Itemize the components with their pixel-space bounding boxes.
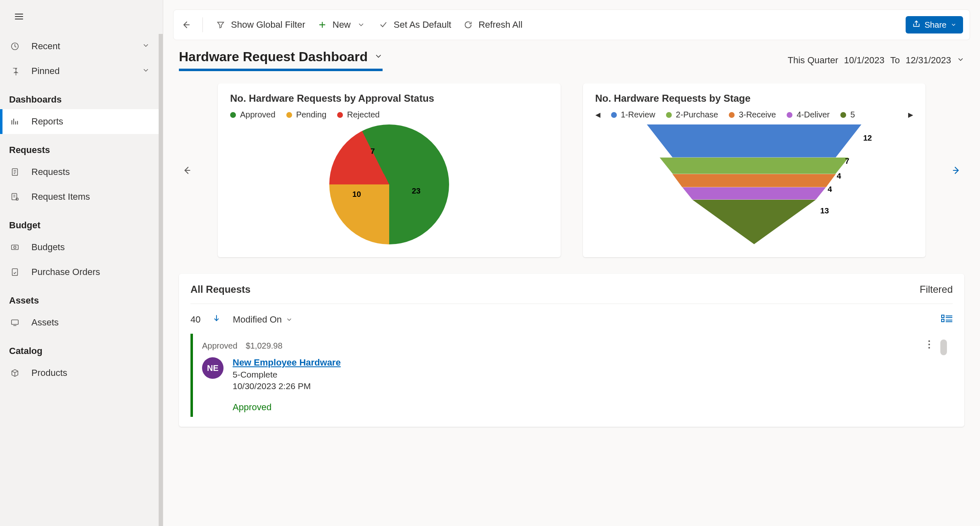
sidebar-group-dashboards: Dashboards: [0, 84, 159, 109]
legend-item-review[interactable]: 1-Review: [611, 110, 655, 120]
funnel-slice-receive: [672, 174, 836, 187]
check-icon: [378, 19, 389, 30]
sidebar-item-label: Purchase Orders: [31, 267, 150, 277]
chevron-down-icon: [951, 20, 956, 30]
content-scroll[interactable]: No. Hardware Requests by Approval Status…: [163, 84, 980, 526]
legend-item-deliver[interactable]: 4-Deliver: [787, 110, 830, 120]
carousel-prev-button[interactable]: [179, 84, 195, 257]
set-as-default-button[interactable]: Set As Default: [376, 19, 453, 30]
legend-dot-icon: [787, 112, 792, 118]
legend-label: 3-Receive: [739, 110, 776, 120]
pie-label-approved: 23: [412, 186, 421, 196]
sidebar-item-label: Reports: [31, 116, 150, 127]
sidebar-item-recent[interactable]: Recent: [0, 34, 159, 59]
funnel-slice-review: [647, 124, 861, 158]
legend-item-purchase[interactable]: 2-Purchase: [666, 110, 718, 120]
legend-item-pending[interactable]: Pending: [286, 110, 326, 120]
legend-dot-icon: [230, 112, 236, 118]
sidebar-item-purchase-orders[interactable]: Purchase Orders: [0, 260, 159, 285]
list-view-icon: [941, 314, 953, 323]
request-item[interactable]: Approved $1,029.98 NE New Employee Hardw…: [190, 334, 953, 417]
legend-next-icon[interactable]: ▶: [908, 111, 913, 119]
funnel-label-2: 7: [845, 157, 849, 166]
chevron-down-icon: [957, 55, 964, 66]
requests-header: All Requests Filtered: [190, 284, 953, 304]
sidebar-group-requests: Requests: [0, 134, 159, 160]
legend-label: Rejected: [347, 110, 380, 120]
pin-icon: [9, 67, 21, 76]
sidebar-item-assets[interactable]: Assets: [0, 310, 159, 335]
plus-icon: [317, 19, 328, 30]
svg-point-10: [928, 340, 930, 342]
sidebar-item-requests[interactable]: Requests: [0, 160, 159, 184]
back-button[interactable]: [180, 19, 192, 31]
refresh-all-button[interactable]: Refresh All: [461, 19, 524, 30]
legend-item-approved[interactable]: Approved: [230, 110, 276, 120]
request-body: NE New Employee Hardware 5-Complete 10/3…: [202, 357, 944, 413]
sidebar-item-label: Recent: [31, 41, 131, 52]
command-bar: Show Global Filter New Set As Default: [173, 10, 970, 40]
chevron-down-icon: [374, 50, 383, 63]
request-more-button[interactable]: [928, 340, 930, 352]
dashboard-picker[interactable]: Hardware Request Dashboard: [179, 49, 383, 71]
pie-chart[interactable]: 23 10 7: [230, 120, 548, 249]
all-requests-card: All Requests Filtered 40 Modified On: [179, 274, 964, 427]
svg-point-12: [928, 347, 930, 349]
legend-item-receive[interactable]: 3-Receive: [729, 110, 776, 120]
legend-dot-icon: [729, 112, 735, 118]
more-vertical-icon: [928, 340, 930, 349]
chevron-down-icon: [286, 316, 293, 323]
sidebar-item-pinned[interactable]: Pinned: [0, 59, 159, 84]
share-button[interactable]: Share: [906, 16, 963, 33]
sidebar-item-budgets[interactable]: Budgets: [0, 235, 159, 260]
legend-label: Approved: [240, 110, 276, 120]
request-link[interactable]: New Employee Hardware: [233, 357, 341, 368]
refresh-icon: [463, 19, 473, 30]
sidebar-scroll[interactable]: Recent Pinned Dashboards Reports: [0, 34, 163, 526]
legend-label: Pending: [296, 110, 326, 120]
clock-icon: [9, 42, 21, 51]
sidebar-group-catalog: Catalog: [0, 335, 159, 361]
sidebar-item-request-items[interactable]: Request Items: [0, 184, 159, 209]
pie-label-rejected: 7: [371, 147, 375, 156]
funnel-label-1: 12: [863, 134, 872, 143]
sidebar-item-products[interactable]: Products: [0, 361, 159, 385]
hamburger-button[interactable]: [9, 8, 29, 25]
request-scroll-handle[interactable]: [940, 340, 947, 355]
legend-label: 2-Purchase: [676, 110, 718, 120]
dashboard-name: Hardware Request Dashboard: [179, 49, 368, 65]
view-toggle-button[interactable]: [941, 314, 953, 325]
funnel-legend: ◀ 1-Review 2-Purchase 3-Receive: [595, 110, 913, 120]
sidebar-item-label: Budgets: [31, 242, 150, 253]
funnel-graphic: [647, 124, 861, 244]
new-button[interactable]: New: [315, 19, 368, 30]
legend-prev-icon[interactable]: ◀: [595, 111, 600, 119]
svg-rect-9: [942, 319, 944, 322]
sidebar-item-reports[interactable]: Reports: [0, 109, 159, 134]
sort-column-picker[interactable]: Modified On: [233, 314, 293, 325]
sort-direction-button[interactable]: [212, 314, 221, 325]
hamburger-icon: [14, 12, 24, 22]
carousel-next-button[interactable]: [948, 84, 964, 257]
card-title: No. Hardware Requests by Stage: [595, 93, 913, 104]
sidebar: Recent Pinned Dashboards Reports: [0, 0, 163, 526]
legend-dot-icon: [286, 112, 292, 118]
set-as-default-label: Set As Default: [394, 19, 451, 30]
share-label: Share: [925, 20, 947, 30]
pie-labels: 23 10 7: [329, 124, 449, 244]
svg-rect-6: [12, 269, 18, 276]
legend-item-rejected[interactable]: Rejected: [337, 110, 380, 120]
funnel-chart[interactable]: 12 7 4 4 13: [595, 120, 913, 249]
filtered-label: Filtered: [920, 284, 953, 295]
legend-item-5[interactable]: 5: [840, 110, 855, 120]
divider: [202, 17, 203, 32]
avatar-initials: NE: [207, 363, 219, 373]
arrow-down-icon: [212, 314, 221, 323]
date-range-picker[interactable]: This Quarter 10/1/2023 To 12/31/2023: [788, 55, 965, 66]
refresh-all-label: Refresh All: [478, 19, 522, 30]
app-root: Recent Pinned Dashboards Reports: [0, 0, 980, 526]
budgets-icon: [9, 243, 21, 252]
show-global-filter-button[interactable]: Show Global Filter: [214, 19, 307, 30]
requests-toolbar: 40 Modified On: [190, 314, 953, 325]
request-meta: Approved $1,029.98: [202, 341, 944, 351]
